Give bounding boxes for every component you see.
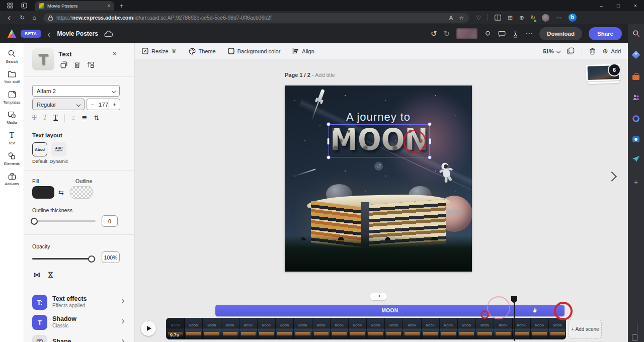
filmstrip-frame[interactable]: MOON: [185, 318, 203, 339]
favorites-bar-icon[interactable]: ⊞: [508, 14, 513, 21]
workspace-icon[interactable]: [20, 2, 28, 9]
layout-default-button[interactable]: Abcd: [32, 142, 47, 156]
resize-handle-se[interactable]: [428, 155, 432, 159]
add-page-button[interactable]: ⊕Add: [603, 47, 621, 55]
tab-close-icon[interactable]: ×: [107, 3, 110, 9]
download-button[interactable]: Download: [539, 27, 582, 40]
filmstrip-frame[interactable]: MOON: [331, 318, 349, 339]
background-color-button[interactable]: Background color: [228, 48, 281, 54]
outline-thickness-value[interactable]: 0: [102, 215, 118, 227]
pages-stack-thumbnail[interactable]: 6: [586, 64, 622, 88]
resize-handle-sw[interactable]: [327, 155, 331, 159]
opacity-value[interactable]: 100%: [102, 251, 120, 263]
resize-handle-e[interactable]: [429, 138, 431, 145]
outline-color-swatch[interactable]: [70, 186, 93, 199]
duplicate-icon[interactable]: [60, 61, 67, 68]
font-size-value[interactable]: 177: [98, 99, 109, 110]
lock-icon[interactable]: [48, 15, 53, 21]
play-button[interactable]: [141, 321, 156, 336]
filmstrip-frame[interactable]: MOON: [403, 318, 421, 339]
filmstrip-frame[interactable]: MOON: [422, 318, 440, 339]
filmstrip-frame[interactable]: MOON: [276, 318, 294, 339]
browser-essentials-icon[interactable]: ♡: [476, 14, 481, 21]
fill-color-swatch[interactable]: [32, 186, 54, 199]
document-title[interactable]: Movie Posters: [57, 30, 98, 37]
opacity-slider[interactable]: [32, 258, 96, 260]
sidebar-search-icon[interactable]: [632, 29, 640, 37]
page-label[interactable]: Page 1 / 2 - Add title: [285, 72, 335, 78]
sidebar-people-icon[interactable]: [632, 94, 640, 102]
layout-dynamic-button[interactable]: ABC DEFGH: [51, 142, 66, 156]
panel-close-icon[interactable]: ×: [113, 50, 117, 57]
sidebar-item-elements[interactable]: Elements: [4, 152, 20, 166]
refresh-button[interactable]: ↻: [16, 14, 28, 21]
filmstrip-frame[interactable]: MOON: [203, 318, 221, 339]
sidebar-item-your-stuff[interactable]: Your stuff: [4, 70, 20, 84]
read-aloud-icon[interactable]: A: [449, 15, 453, 21]
delete-icon[interactable]: [74, 61, 80, 68]
sidebar-add-icon[interactable]: +: [632, 178, 640, 186]
favorite-star-icon[interactable]: ☆: [459, 15, 464, 21]
swap-colors-icon[interactable]: ⇆: [58, 189, 64, 196]
share-button[interactable]: Share: [589, 27, 622, 40]
font-family-select[interactable]: Alfarn 2: [32, 85, 120, 97]
underline-icon[interactable]: T: [53, 114, 58, 122]
sidebar-item-text[interactable]: T Text: [9, 131, 16, 145]
settings-more-icon[interactable]: ⋯: [556, 14, 562, 21]
maximize-button[interactable]: □: [610, 3, 627, 9]
filmstrip-frame[interactable]: MOON: [258, 318, 276, 339]
filmstrip-frame[interactable]: MOON: [549, 318, 566, 339]
filmstrip-frame[interactable]: MOON: [385, 318, 403, 339]
strikethrough-icon[interactable]: T: [32, 114, 37, 122]
close-button[interactable]: ×: [627, 3, 644, 9]
bing-copilot-icon[interactable]: b: [569, 14, 577, 22]
timeline-collapse-button[interactable]: [370, 293, 387, 300]
minimize-button[interactable]: –: [593, 3, 610, 9]
align-text-icon[interactable]: ≡: [71, 114, 75, 122]
add-scene-button[interactable]: + Add scene: [569, 319, 602, 339]
profile-avatar[interactable]: [542, 14, 549, 22]
resize-handle-nw[interactable]: [327, 122, 331, 126]
filmstrip-frame[interactable]: MOON: [494, 318, 512, 339]
apps-grid-icon[interactable]: [6, 2, 14, 9]
filmstrip-frame[interactable]: MOON: [440, 318, 458, 339]
delete-page-icon[interactable]: [589, 48, 596, 55]
filmstrip-frame[interactable]: MOON: [458, 318, 476, 339]
slider-thumb[interactable]: [31, 218, 38, 225]
text-effects-row[interactable]: T: Text effects Effects applied: [24, 294, 135, 313]
poster-page[interactable]: A journey to MOON ↺: [285, 86, 472, 272]
redo-icon[interactable]: ↻: [444, 29, 450, 38]
sidebar-tools-icon[interactable]: [632, 72, 640, 80]
filmstrip-frame[interactable]: MOON: [476, 318, 494, 339]
flip-horizontal-icon[interactable]: ⋈: [33, 271, 40, 279]
filmstrip-frame[interactable]: MOON: [294, 318, 312, 339]
back-button[interactable]: [4, 14, 16, 21]
shape-row[interactable]: Ⓣ Shape: [24, 334, 135, 342]
flip-vertical-icon[interactable]: ⋈: [47, 271, 55, 278]
filmstrip-frame[interactable]: MOON: [513, 318, 531, 339]
font-size-increase-button[interactable]: +: [109, 99, 120, 110]
next-page-chevron[interactable]: [607, 172, 617, 182]
beaker-icon[interactable]: [512, 30, 519, 38]
outline-thickness-slider[interactable]: [32, 220, 96, 222]
italic-icon[interactable]: T: [43, 114, 47, 122]
schedule-pin-icon[interactable]: [484, 30, 492, 38]
filmstrip-frames[interactable]: MOONMOONMOONMOONMOONMOONMOONMOONMOONMOON…: [166, 318, 566, 339]
sync-status-icon[interactable]: ↻: [531, 14, 536, 21]
resize-handle-w[interactable]: [327, 138, 330, 145]
zoom-select[interactable]: 51%: [543, 48, 560, 54]
filmstrip-frame[interactable]: MOON: [221, 318, 239, 339]
filmstrip-frame[interactable]: MOON: [239, 318, 258, 339]
collections-icon[interactable]: ⊕: [519, 14, 524, 21]
poster-subtitle-text[interactable]: A journey to: [285, 111, 472, 124]
align-button[interactable]: Align: [292, 48, 314, 54]
url-field[interactable]: https://new.express.adobe.com/id/urn:aai…: [43, 13, 469, 23]
sidebar-shopping-icon[interactable]: [632, 51, 640, 59]
layer-order-icon[interactable]: [87, 61, 95, 68]
sidebar-item-media[interactable]: Media: [7, 111, 17, 125]
rotate-handle[interactable]: ↺: [374, 162, 383, 170]
slider-thumb[interactable]: [88, 255, 95, 263]
sidebar-item-templates[interactable]: Templates: [3, 91, 20, 105]
sidebar-camera-icon[interactable]: [632, 135, 640, 143]
resize-button[interactable]: Resize ♛: [142, 48, 177, 54]
